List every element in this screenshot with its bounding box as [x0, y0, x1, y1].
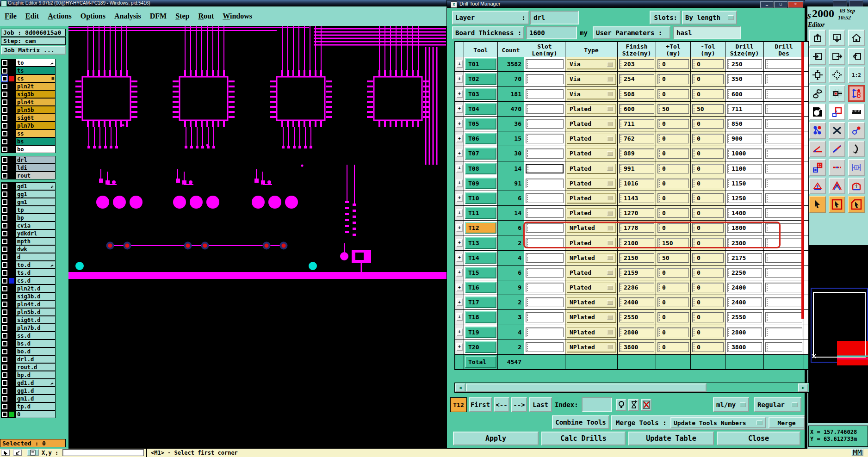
layer-row-rout[interactable]: rout [1, 172, 56, 179]
layer-row-gd1[interactable]: gd1 [1, 182, 56, 190]
layer-name[interactable]: rout [15, 172, 56, 179]
drill-size-input[interactable]: 1400 [727, 208, 762, 218]
layer-name[interactable]: drl.d [15, 355, 56, 363]
layer-checkbox[interactable] [1, 284, 8, 292]
layer-checkbox[interactable] [1, 292, 8, 300]
layer-checkbox[interactable] [1, 130, 8, 137]
drill-size-input[interactable]: 250 [727, 59, 762, 69]
layer-checkbox[interactable] [1, 137, 8, 145]
type-dropdown[interactable]: Plated [567, 119, 616, 129]
tool-button-T09[interactable]: T09 [465, 178, 496, 189]
row-expand-icon[interactable]: + [456, 75, 463, 83]
hscroll-right-icon[interactable]: ▶ [798, 383, 808, 392]
row-expand-icon[interactable]: + [456, 269, 463, 277]
type-dropdown[interactable]: Via [567, 74, 616, 84]
layer-checkbox[interactable] [1, 363, 8, 371]
type-dropdown[interactable]: Plated [567, 179, 616, 188]
finish-size-input[interactable]: 203 [619, 59, 654, 69]
layer-name[interactable]: bo.d [15, 347, 56, 355]
slot-len-input[interactable] [526, 268, 564, 278]
finish-size-input[interactable]: 3800 [619, 342, 654, 352]
plus-tol-input[interactable]: 0 [657, 208, 689, 218]
shape-edit-icon[interactable] [829, 104, 845, 120]
drill-size-input[interactable]: 600 [727, 89, 762, 99]
update-table-button[interactable]: Update Table [628, 432, 714, 445]
layer-checkbox[interactable] [1, 206, 8, 214]
user-parameters-input[interactable]: hasl [673, 26, 741, 39]
row-expand-icon[interactable]: + [456, 90, 463, 98]
layer-name[interactable]: drl [15, 156, 56, 164]
finish-size-input[interactable]: 2286 [619, 283, 654, 292]
layer-row-0[interactable]: 0 [1, 410, 56, 418]
menu-edit[interactable]: Edit [25, 12, 39, 20]
minus-tol-input[interactable]: 0 [692, 179, 724, 188]
drill-size-input[interactable]: 1150 [727, 179, 762, 188]
layer-checkbox[interactable] [1, 156, 8, 164]
slope-line-icon[interactable] [829, 141, 845, 157]
row-expand-icon[interactable]: + [456, 135, 463, 142]
layer-name[interactable]: mpth [15, 237, 56, 245]
layer-name[interactable]: tp [15, 206, 56, 214]
drill-des-input[interactable] [765, 119, 802, 129]
ruler-icon[interactable] [848, 104, 865, 120]
minus-tol-input[interactable]: 0 [692, 268, 724, 278]
layer-name[interactable]: rout.d [15, 363, 56, 371]
layer-checkbox[interactable] [1, 198, 8, 206]
merge-mode-dropdown[interactable]: Update Tools Numbers [670, 417, 766, 428]
layer-checkbox[interactable] [1, 122, 8, 130]
layer-row-sig6t.d[interactable]: sig6t.d [1, 316, 56, 324]
type-dropdown[interactable]: Plated [567, 134, 616, 143]
tool-button-T12[interactable]: T12 [465, 222, 496, 234]
finish-size-input[interactable]: 254 [619, 74, 654, 84]
select-arrow-icon[interactable] [809, 196, 826, 213]
drill-des-input[interactable] [765, 312, 802, 322]
row-expand-icon[interactable]: + [456, 165, 463, 173]
row-expand-icon[interactable]: + [456, 105, 463, 113]
zoom-center-icon[interactable] [829, 67, 845, 83]
mode-dropdown[interactable]: Regular [754, 397, 801, 412]
tool-button-T05[interactable]: T05 [465, 118, 496, 130]
layer-row-gg1.d[interactable]: gg1.d [1, 387, 56, 395]
layer-row-gd1.d[interactable]: gd1.d [1, 379, 56, 387]
layer-row-bs[interactable]: bs [1, 137, 56, 145]
minus-tol-input[interactable]: 0 [692, 297, 724, 307]
plus-tol-input[interactable]: 0 [657, 297, 689, 307]
layer-checkbox[interactable] [1, 410, 8, 418]
tool-button-T15[interactable]: T15 [465, 267, 496, 278]
type-dropdown[interactable]: NPlated [567, 297, 616, 307]
layer-row-bp.d[interactable]: bp.d [1, 371, 56, 379]
layer-row-d[interactable]: d [1, 253, 56, 261]
row-expand-icon[interactable]: + [456, 239, 463, 247]
tool-button-T17[interactable]: T17 [465, 296, 496, 308]
drill-des-input[interactable] [765, 208, 802, 218]
plus-tol-input[interactable]: 0 [657, 223, 689, 233]
layer-name[interactable]: bo [15, 145, 56, 153]
layer-row-sig3b.d[interactable]: sig3b.d [1, 292, 56, 300]
drill-size-input[interactable]: 2800 [727, 327, 762, 337]
table-hscroll[interactable]: ◀ ▶ [454, 383, 809, 393]
drill-des-input[interactable] [765, 104, 802, 114]
layer-checkbox[interactable] [1, 190, 8, 198]
layer-name[interactable]: gm1 [15, 198, 56, 206]
drill-size-input[interactable]: 2250 [727, 268, 762, 278]
plus-tol-input[interactable]: 50 [657, 104, 689, 114]
layer-row-tp[interactable]: tp [1, 206, 56, 214]
home-icon[interactable] [848, 30, 865, 46]
tool-button-T08[interactable]: T08 [465, 163, 496, 174]
layer-row-to.d[interactable]: to.d [1, 261, 56, 269]
select-cursor-icon[interactable] [1, 449, 10, 456]
drill-des-input[interactable] [765, 327, 802, 337]
layer-row-dwk[interactable]: dwk [1, 245, 56, 253]
minus-tol-input[interactable]: 0 [692, 134, 724, 143]
drill-des-input[interactable] [765, 283, 802, 292]
layer-checkbox[interactable] [1, 324, 8, 332]
prev-button[interactable]: <-- [494, 397, 509, 412]
row-expand-icon[interactable]: + [456, 60, 463, 68]
layer-checkbox[interactable] [1, 98, 8, 106]
layer-row-mpth[interactable]: mpth [1, 237, 56, 245]
minus-tol-input[interactable]: 0 [692, 283, 724, 292]
row-expand-icon[interactable]: + [456, 313, 463, 321]
layer-row-ss.d[interactable]: ss.d [1, 332, 56, 340]
finish-size-input[interactable]: 2550 [619, 312, 654, 322]
drill-des-input[interactable] [765, 134, 802, 143]
